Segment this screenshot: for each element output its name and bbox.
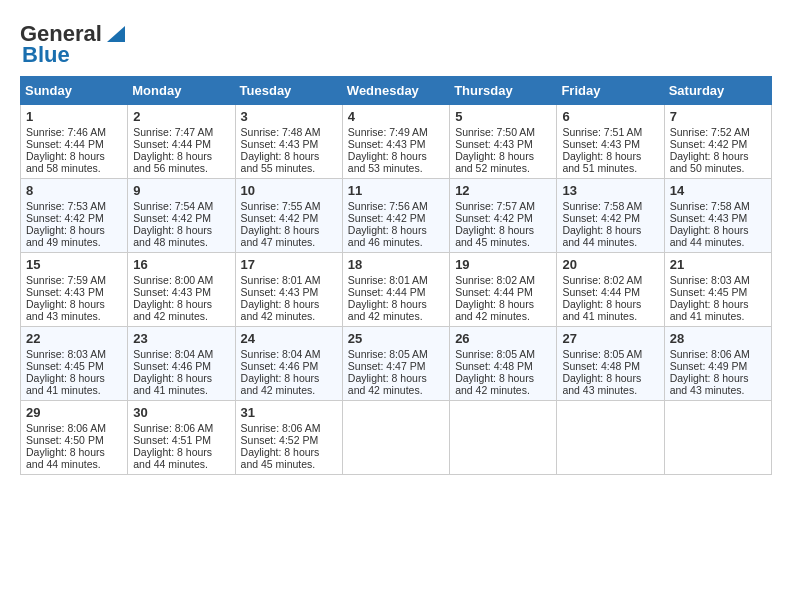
sunset-text: Sunset: 4:42 PM: [26, 212, 104, 224]
column-header-monday: Monday: [128, 77, 235, 105]
calendar-cell: 10Sunrise: 7:55 AMSunset: 4:42 PMDayligh…: [235, 179, 342, 253]
day-number: 11: [348, 183, 444, 198]
sunset-text: Sunset: 4:42 PM: [455, 212, 533, 224]
day-number: 6: [562, 109, 658, 124]
day-number: 12: [455, 183, 551, 198]
sunset-text: Sunset: 4:44 PM: [562, 286, 640, 298]
sunrise-text: Sunrise: 8:01 AM: [348, 274, 428, 286]
calendar-week-3: 15Sunrise: 7:59 AMSunset: 4:43 PMDayligh…: [21, 253, 772, 327]
sunrise-text: Sunrise: 7:50 AM: [455, 126, 535, 138]
daylight-text: Daylight: 8 hours and 51 minutes.: [562, 150, 641, 174]
calendar-cell: 24Sunrise: 8:04 AMSunset: 4:46 PMDayligh…: [235, 327, 342, 401]
day-number: 31: [241, 405, 337, 420]
calendar-cell: 31Sunrise: 8:06 AMSunset: 4:52 PMDayligh…: [235, 401, 342, 475]
day-number: 4: [348, 109, 444, 124]
day-number: 8: [26, 183, 122, 198]
calendar-cell: 9Sunrise: 7:54 AMSunset: 4:42 PMDaylight…: [128, 179, 235, 253]
sunset-text: Sunset: 4:46 PM: [241, 360, 319, 372]
calendar-cell: 20Sunrise: 8:02 AMSunset: 4:44 PMDayligh…: [557, 253, 664, 327]
sunset-text: Sunset: 4:46 PM: [133, 360, 211, 372]
calendar-cell: 28Sunrise: 8:06 AMSunset: 4:49 PMDayligh…: [664, 327, 771, 401]
day-number: 13: [562, 183, 658, 198]
sunset-text: Sunset: 4:42 PM: [133, 212, 211, 224]
sunrise-text: Sunrise: 8:03 AM: [670, 274, 750, 286]
calendar-cell: 5Sunrise: 7:50 AMSunset: 4:43 PMDaylight…: [450, 105, 557, 179]
sunrise-text: Sunrise: 8:06 AM: [26, 422, 106, 434]
calendar-cell: 13Sunrise: 7:58 AMSunset: 4:42 PMDayligh…: [557, 179, 664, 253]
calendar-cell: 1Sunrise: 7:46 AMSunset: 4:44 PMDaylight…: [21, 105, 128, 179]
logo: General Blue: [20, 20, 127, 68]
logo-icon: [105, 22, 127, 44]
calendar-cell: 14Sunrise: 7:58 AMSunset: 4:43 PMDayligh…: [664, 179, 771, 253]
day-number: 17: [241, 257, 337, 272]
calendar-cell: 26Sunrise: 8:05 AMSunset: 4:48 PMDayligh…: [450, 327, 557, 401]
sunset-text: Sunset: 4:43 PM: [133, 286, 211, 298]
calendar-week-5: 29Sunrise: 8:06 AMSunset: 4:50 PMDayligh…: [21, 401, 772, 475]
sunset-text: Sunset: 4:43 PM: [26, 286, 104, 298]
calendar-cell: 21Sunrise: 8:03 AMSunset: 4:45 PMDayligh…: [664, 253, 771, 327]
sunset-text: Sunset: 4:45 PM: [670, 286, 748, 298]
day-number: 26: [455, 331, 551, 346]
sunrise-text: Sunrise: 8:03 AM: [26, 348, 106, 360]
day-number: 30: [133, 405, 229, 420]
column-header-tuesday: Tuesday: [235, 77, 342, 105]
sunset-text: Sunset: 4:43 PM: [241, 138, 319, 150]
sunset-text: Sunset: 4:48 PM: [455, 360, 533, 372]
daylight-text: Daylight: 8 hours and 42 minutes.: [348, 298, 427, 322]
column-header-saturday: Saturday: [664, 77, 771, 105]
calendar-cell: [557, 401, 664, 475]
day-number: 14: [670, 183, 766, 198]
sunrise-text: Sunrise: 8:04 AM: [133, 348, 213, 360]
svg-marker-0: [107, 26, 125, 42]
sunset-text: Sunset: 4:47 PM: [348, 360, 426, 372]
calendar-cell: 6Sunrise: 7:51 AMSunset: 4:43 PMDaylight…: [557, 105, 664, 179]
sunrise-text: Sunrise: 8:05 AM: [455, 348, 535, 360]
daylight-text: Daylight: 8 hours and 41 minutes.: [133, 372, 212, 396]
day-number: 23: [133, 331, 229, 346]
daylight-text: Daylight: 8 hours and 41 minutes.: [562, 298, 641, 322]
sunrise-text: Sunrise: 8:04 AM: [241, 348, 321, 360]
calendar-cell: 11Sunrise: 7:56 AMSunset: 4:42 PMDayligh…: [342, 179, 449, 253]
daylight-text: Daylight: 8 hours and 42 minutes.: [455, 372, 534, 396]
calendar-week-2: 8Sunrise: 7:53 AMSunset: 4:42 PMDaylight…: [21, 179, 772, 253]
sunrise-text: Sunrise: 8:06 AM: [670, 348, 750, 360]
calendar-cell: 22Sunrise: 8:03 AMSunset: 4:45 PMDayligh…: [21, 327, 128, 401]
daylight-text: Daylight: 8 hours and 45 minutes.: [241, 446, 320, 470]
daylight-text: Daylight: 8 hours and 44 minutes.: [26, 446, 105, 470]
sunset-text: Sunset: 4:43 PM: [670, 212, 748, 224]
calendar-table: SundayMondayTuesdayWednesdayThursdayFrid…: [20, 76, 772, 475]
calendar-cell: 7Sunrise: 7:52 AMSunset: 4:42 PMDaylight…: [664, 105, 771, 179]
sunset-text: Sunset: 4:49 PM: [670, 360, 748, 372]
sunrise-text: Sunrise: 8:06 AM: [241, 422, 321, 434]
day-number: 10: [241, 183, 337, 198]
daylight-text: Daylight: 8 hours and 44 minutes.: [670, 224, 749, 248]
sunrise-text: Sunrise: 7:58 AM: [562, 200, 642, 212]
sunset-text: Sunset: 4:51 PM: [133, 434, 211, 446]
calendar-cell: 30Sunrise: 8:06 AMSunset: 4:51 PMDayligh…: [128, 401, 235, 475]
calendar-cell: 2Sunrise: 7:47 AMSunset: 4:44 PMDaylight…: [128, 105, 235, 179]
daylight-text: Daylight: 8 hours and 41 minutes.: [670, 298, 749, 322]
sunrise-text: Sunrise: 8:02 AM: [455, 274, 535, 286]
sunrise-text: Sunrise: 7:55 AM: [241, 200, 321, 212]
sunset-text: Sunset: 4:48 PM: [562, 360, 640, 372]
day-number: 24: [241, 331, 337, 346]
calendar-cell: 18Sunrise: 8:01 AMSunset: 4:44 PMDayligh…: [342, 253, 449, 327]
day-number: 9: [133, 183, 229, 198]
sunset-text: Sunset: 4:43 PM: [241, 286, 319, 298]
day-number: 19: [455, 257, 551, 272]
sunset-text: Sunset: 4:44 PM: [133, 138, 211, 150]
daylight-text: Daylight: 8 hours and 44 minutes.: [562, 224, 641, 248]
daylight-text: Daylight: 8 hours and 42 minutes.: [241, 298, 320, 322]
sunset-text: Sunset: 4:44 PM: [455, 286, 533, 298]
daylight-text: Daylight: 8 hours and 47 minutes.: [241, 224, 320, 248]
sunset-text: Sunset: 4:52 PM: [241, 434, 319, 446]
sunrise-text: Sunrise: 8:05 AM: [348, 348, 428, 360]
day-number: 20: [562, 257, 658, 272]
daylight-text: Daylight: 8 hours and 53 minutes.: [348, 150, 427, 174]
calendar-cell: 16Sunrise: 8:00 AMSunset: 4:43 PMDayligh…: [128, 253, 235, 327]
calendar-cell: 29Sunrise: 8:06 AMSunset: 4:50 PMDayligh…: [21, 401, 128, 475]
sunset-text: Sunset: 4:44 PM: [348, 286, 426, 298]
daylight-text: Daylight: 8 hours and 58 minutes.: [26, 150, 105, 174]
sunrise-text: Sunrise: 8:06 AM: [133, 422, 213, 434]
calendar-header-row: SundayMondayTuesdayWednesdayThursdayFrid…: [21, 77, 772, 105]
